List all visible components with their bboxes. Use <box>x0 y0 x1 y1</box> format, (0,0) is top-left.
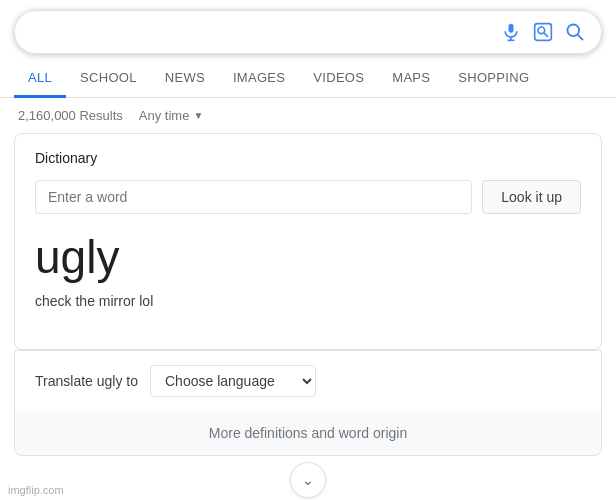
svg-line-5 <box>544 33 548 37</box>
time-filter-button[interactable]: Any time ▼ <box>139 108 203 123</box>
search-bar-container: definition of ugly <box>0 0 616 54</box>
search-button[interactable] <box>565 22 585 42</box>
chevron-down-icon: ▼ <box>193 110 203 121</box>
results-count: 2,160,000 Results <box>18 108 123 123</box>
mic-icon <box>501 22 521 42</box>
tab-school[interactable]: SCHOOL <box>66 60 151 98</box>
more-definitions-section: More definitions and word origin <box>14 411 602 456</box>
more-definitions-label: More definitions and word origin <box>209 425 407 441</box>
watermark: imgflip.com <box>8 484 64 496</box>
word-result: ugly <box>35 232 581 283</box>
results-info: 2,160,000 Results Any time ▼ <box>0 98 616 133</box>
search-icons <box>501 22 585 42</box>
translate-label: Translate ugly to <box>35 373 138 389</box>
svg-point-4 <box>538 27 545 34</box>
search-input[interactable]: definition of ugly <box>31 23 501 41</box>
search-icon <box>565 22 585 42</box>
chevron-down-icon: ⌄ <box>302 472 314 488</box>
word-definition: check the mirror lol <box>35 293 581 309</box>
look-it-up-button[interactable]: Look it up <box>482 180 581 214</box>
svg-line-7 <box>578 35 583 40</box>
tab-maps[interactable]: MAPS <box>378 60 444 98</box>
image-search-button[interactable] <box>533 22 553 42</box>
dictionary-card: Dictionary Look it up ugly check the mir… <box>14 133 602 350</box>
tab-shopping[interactable]: SHOPPING <box>444 60 543 98</box>
svg-rect-3 <box>535 24 552 41</box>
word-lookup-input[interactable] <box>35 180 472 214</box>
svg-rect-0 <box>509 24 514 33</box>
voice-search-button[interactable] <box>501 22 521 42</box>
search-bar: definition of ugly <box>14 10 602 54</box>
language-select[interactable]: Choose language Spanish French German Ch… <box>150 365 316 397</box>
nav-tabs: ALL SCHOOL NEWS IMAGES VIDEOS MAPS SHOPP… <box>0 60 616 98</box>
expand-btn-container: ⌄ <box>0 462 616 498</box>
tab-images[interactable]: IMAGES <box>219 60 299 98</box>
expand-button[interactable]: ⌄ <box>290 462 326 498</box>
time-filter-label: Any time <box>139 108 190 123</box>
tab-news[interactable]: NEWS <box>151 60 219 98</box>
word-input-row: Look it up <box>35 180 581 214</box>
tab-videos[interactable]: VIDEOS <box>299 60 378 98</box>
tab-all[interactable]: ALL <box>14 60 66 98</box>
dictionary-title: Dictionary <box>35 150 581 166</box>
translate-row: Translate ugly to Choose language Spanis… <box>14 350 602 411</box>
lens-icon <box>533 22 553 42</box>
